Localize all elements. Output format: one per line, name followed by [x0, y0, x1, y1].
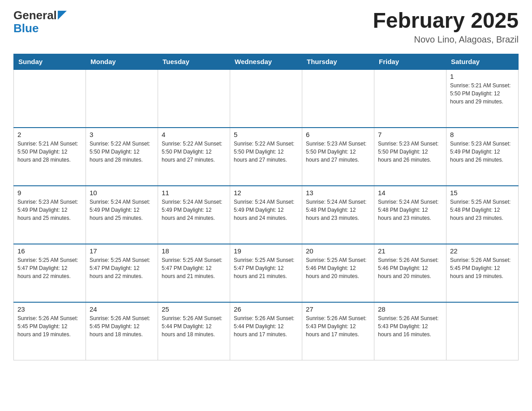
- calendar-cell: 7Sunrise: 5:23 AM Sunset: 5:50 PM Daylig…: [374, 128, 446, 186]
- month-title: February 2025: [373, 9, 519, 33]
- day-number: 24: [90, 305, 154, 313]
- logo-blue-text: Blue: [13, 22, 39, 35]
- calendar-cell: 5Sunrise: 5:22 AM Sunset: 5:50 PM Daylig…: [230, 128, 302, 186]
- day-info: Sunrise: 5:25 AM Sunset: 5:47 PM Dayligh…: [90, 256, 154, 280]
- location-text: Novo Lino, Alagoas, Brazil: [373, 34, 519, 45]
- day-number: 20: [306, 247, 370, 255]
- day-number: 8: [450, 131, 515, 138]
- calendar-cell: 23Sunrise: 5:26 AM Sunset: 5:45 PM Dayli…: [14, 302, 86, 360]
- calendar-cell: 13Sunrise: 5:24 AM Sunset: 5:48 PM Dayli…: [302, 186, 374, 244]
- day-info: Sunrise: 5:23 AM Sunset: 5:49 PM Dayligh…: [17, 198, 82, 222]
- calendar-cell: [158, 69, 230, 128]
- calendar-week-row: 1Sunrise: 5:21 AM Sunset: 5:50 PM Daylig…: [14, 69, 519, 128]
- day-number: 13: [306, 189, 370, 197]
- day-info: Sunrise: 5:25 AM Sunset: 5:46 PM Dayligh…: [306, 256, 370, 280]
- calendar-week-row: 23Sunrise: 5:26 AM Sunset: 5:45 PM Dayli…: [14, 302, 519, 360]
- calendar-cell: 12Sunrise: 5:24 AM Sunset: 5:49 PM Dayli…: [230, 186, 302, 244]
- day-number: 14: [378, 189, 442, 197]
- day-number: 11: [162, 189, 226, 197]
- calendar-cell: 19Sunrise: 5:25 AM Sunset: 5:47 PM Dayli…: [230, 244, 302, 302]
- calendar-header-sunday: Sunday: [14, 54, 86, 69]
- day-number: 9: [17, 189, 82, 197]
- day-info: Sunrise: 5:25 AM Sunset: 5:47 PM Dayligh…: [162, 256, 226, 280]
- calendar-week-row: 16Sunrise: 5:25 AM Sunset: 5:47 PM Dayli…: [14, 244, 519, 302]
- page-header: General Blue February 2025 Novo Lino, Al…: [13, 9, 519, 45]
- day-number: 10: [90, 189, 154, 197]
- title-area: February 2025 Novo Lino, Alagoas, Brazil: [373, 9, 519, 45]
- day-info: Sunrise: 5:22 AM Sunset: 5:50 PM Dayligh…: [234, 140, 298, 164]
- day-number: 27: [306, 305, 370, 313]
- day-info: Sunrise: 5:26 AM Sunset: 5:44 PM Dayligh…: [234, 314, 298, 338]
- day-info: Sunrise: 5:25 AM Sunset: 5:47 PM Dayligh…: [234, 256, 298, 280]
- calendar-cell: 15Sunrise: 5:25 AM Sunset: 5:48 PM Dayli…: [446, 186, 519, 244]
- day-info: Sunrise: 5:26 AM Sunset: 5:45 PM Dayligh…: [90, 314, 154, 338]
- calendar-header-row: SundayMondayTuesdayWednesdayThursdayFrid…: [14, 54, 519, 69]
- logo-general-text: General: [13, 9, 57, 22]
- calendar-cell: 27Sunrise: 5:26 AM Sunset: 5:43 PM Dayli…: [302, 302, 374, 360]
- calendar-header-wednesday: Wednesday: [230, 54, 302, 69]
- day-info: Sunrise: 5:26 AM Sunset: 5:43 PM Dayligh…: [378, 314, 442, 338]
- logo-arrow-icon: [58, 11, 67, 20]
- day-info: Sunrise: 5:26 AM Sunset: 5:44 PM Dayligh…: [162, 314, 226, 338]
- day-number: 1: [450, 73, 515, 80]
- calendar-cell: 26Sunrise: 5:26 AM Sunset: 5:44 PM Dayli…: [230, 302, 302, 360]
- day-info: Sunrise: 5:26 AM Sunset: 5:45 PM Dayligh…: [450, 256, 515, 280]
- calendar-cell: 22Sunrise: 5:26 AM Sunset: 5:45 PM Dayli…: [446, 244, 519, 302]
- day-number: 4: [162, 131, 226, 138]
- day-info: Sunrise: 5:24 AM Sunset: 5:49 PM Dayligh…: [234, 198, 298, 222]
- day-number: 7: [378, 131, 442, 138]
- calendar-cell: 2Sunrise: 5:21 AM Sunset: 5:50 PM Daylig…: [14, 128, 86, 186]
- calendar-week-row: 9Sunrise: 5:23 AM Sunset: 5:49 PM Daylig…: [14, 186, 519, 244]
- calendar-header-thursday: Thursday: [302, 54, 374, 69]
- calendar-cell: 24Sunrise: 5:26 AM Sunset: 5:45 PM Dayli…: [86, 302, 158, 360]
- day-info: Sunrise: 5:21 AM Sunset: 5:50 PM Dayligh…: [450, 81, 515, 106]
- day-number: 26: [234, 305, 298, 313]
- day-number: 25: [162, 305, 226, 313]
- day-info: Sunrise: 5:21 AM Sunset: 5:50 PM Dayligh…: [17, 140, 82, 164]
- day-info: Sunrise: 5:23 AM Sunset: 5:50 PM Dayligh…: [306, 140, 370, 164]
- calendar-header-friday: Friday: [374, 54, 446, 69]
- calendar-cell: 18Sunrise: 5:25 AM Sunset: 5:47 PM Dayli…: [158, 244, 230, 302]
- day-info: Sunrise: 5:25 AM Sunset: 5:47 PM Dayligh…: [17, 256, 82, 280]
- calendar-cell: 6Sunrise: 5:23 AM Sunset: 5:50 PM Daylig…: [302, 128, 374, 186]
- calendar-cell: 25Sunrise: 5:26 AM Sunset: 5:44 PM Dayli…: [158, 302, 230, 360]
- calendar-cell: 16Sunrise: 5:25 AM Sunset: 5:47 PM Dayli…: [14, 244, 86, 302]
- calendar-week-row: 2Sunrise: 5:21 AM Sunset: 5:50 PM Daylig…: [14, 128, 519, 186]
- day-number: 28: [378, 305, 442, 313]
- day-info: Sunrise: 5:25 AM Sunset: 5:48 PM Dayligh…: [450, 198, 515, 222]
- calendar-header-monday: Monday: [86, 54, 158, 69]
- day-number: 15: [450, 189, 515, 197]
- day-info: Sunrise: 5:24 AM Sunset: 5:49 PM Dayligh…: [90, 198, 154, 222]
- calendar-cell: 10Sunrise: 5:24 AM Sunset: 5:49 PM Dayli…: [86, 186, 158, 244]
- calendar-header-saturday: Saturday: [446, 54, 519, 69]
- day-info: Sunrise: 5:23 AM Sunset: 5:50 PM Dayligh…: [378, 140, 442, 164]
- day-number: 5: [234, 131, 298, 138]
- calendar-cell: [14, 69, 86, 128]
- day-info: Sunrise: 5:24 AM Sunset: 5:48 PM Dayligh…: [306, 198, 370, 222]
- day-number: 3: [90, 131, 154, 138]
- day-info: Sunrise: 5:24 AM Sunset: 5:49 PM Dayligh…: [162, 198, 226, 222]
- day-number: 12: [234, 189, 298, 197]
- calendar-cell: [302, 69, 374, 128]
- day-number: 19: [234, 247, 298, 255]
- day-number: 6: [306, 131, 370, 138]
- calendar-cell: [86, 69, 158, 128]
- calendar-cell: 14Sunrise: 5:24 AM Sunset: 5:48 PM Dayli…: [374, 186, 446, 244]
- calendar-cell: [230, 69, 302, 128]
- day-number: 23: [17, 305, 82, 313]
- calendar-cell: [374, 69, 446, 128]
- calendar-cell: 3Sunrise: 5:22 AM Sunset: 5:50 PM Daylig…: [86, 128, 158, 186]
- calendar-cell: [446, 302, 519, 360]
- day-info: Sunrise: 5:26 AM Sunset: 5:45 PM Dayligh…: [17, 314, 82, 338]
- calendar-table: SundayMondayTuesdayWednesdayThursdayFrid…: [13, 54, 519, 361]
- calendar-cell: 4Sunrise: 5:22 AM Sunset: 5:50 PM Daylig…: [158, 128, 230, 186]
- calendar-cell: 8Sunrise: 5:23 AM Sunset: 5:49 PM Daylig…: [446, 128, 519, 186]
- calendar-cell: 17Sunrise: 5:25 AM Sunset: 5:47 PM Dayli…: [86, 244, 158, 302]
- day-info: Sunrise: 5:26 AM Sunset: 5:46 PM Dayligh…: [378, 256, 442, 280]
- day-number: 22: [450, 247, 515, 255]
- day-number: 2: [17, 131, 82, 138]
- day-info: Sunrise: 5:23 AM Sunset: 5:49 PM Dayligh…: [450, 140, 515, 164]
- day-number: 18: [162, 247, 226, 255]
- day-info: Sunrise: 5:24 AM Sunset: 5:48 PM Dayligh…: [378, 198, 442, 222]
- day-info: Sunrise: 5:26 AM Sunset: 5:43 PM Dayligh…: [306, 314, 370, 338]
